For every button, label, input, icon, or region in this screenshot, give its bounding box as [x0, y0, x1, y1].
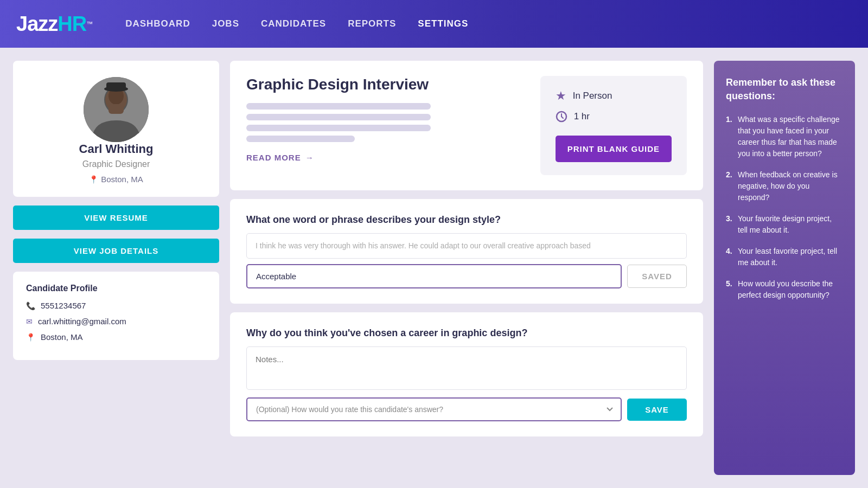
nav-settings[interactable]: SETTINGS [418, 18, 468, 29]
profile-location-value: Boston, MA [41, 332, 83, 342]
arrow-icon: → [305, 153, 314, 162]
read-more-link[interactable]: READ MORE → [246, 153, 524, 162]
line-bar-4 [246, 136, 355, 142]
interview-type-text: In Person [573, 91, 612, 101]
navbar: JazzHR™ DASHBOARD JOBS CANDIDATES REPORT… [0, 0, 868, 48]
profile-location-icon: 📍 [26, 333, 35, 342]
question2-notes-textarea[interactable] [246, 346, 687, 390]
location-pin-icon: 📍 [89, 175, 98, 184]
question1-label: What one word or phrase describes your d… [246, 214, 687, 226]
line-bar-1 [246, 103, 431, 110]
list-item: How would you describe the perfect desig… [726, 278, 843, 301]
list-item: Your least favorite project, tell me abo… [726, 246, 843, 268]
question2-action-row: (Optional) How would you rate this candi… [246, 397, 687, 421]
phone-icon: 📞 [26, 301, 35, 310]
interview-meta: ★ In Person 1 hr PRINT BLANK GUIDE [540, 76, 687, 175]
view-resume-button[interactable]: VIEW RESUME [13, 206, 219, 230]
left-panel: Carl Whitting Graphic Designer 📍 Boston,… [13, 61, 219, 475]
logo-hr: HR [58, 12, 86, 36]
candidate-location: 📍 Boston, MA [89, 175, 143, 184]
email-icon: ✉ [26, 317, 33, 326]
avatar [84, 77, 149, 142]
interview-title: Graphic Design Interview [246, 76, 524, 93]
clock-icon [556, 111, 567, 123]
question2-save-button[interactable]: SAVE [627, 399, 687, 421]
main-content: Graphic Design Interview READ MORE → ★ I… [230, 61, 703, 475]
question2-rating-select[interactable]: (Optional) How would you rate this candi… [246, 397, 622, 421]
interview-duration-text: 1 hr [574, 111, 590, 122]
location-text: Boston, MA [101, 175, 143, 184]
profile-heading: Candidate Profile [26, 284, 206, 293]
interview-type-row: ★ In Person [556, 89, 612, 103]
question1-rating-row: SAVED [246, 264, 687, 288]
logo-jazz: Jazz [16, 12, 58, 36]
email-value: carl.whitting@gmail.com [38, 317, 126, 326]
logo: JazzHR™ [16, 12, 93, 36]
print-blank-guide-button[interactable]: PRINT BLANK GUIDE [556, 136, 672, 162]
line-bar-3 [246, 125, 431, 131]
question2-label: Why do you think you've chosen a career … [246, 328, 687, 339]
profile-email: ✉ carl.whitting@gmail.com [26, 317, 206, 326]
question1-rating-input[interactable] [246, 264, 622, 288]
profile-card: Candidate Profile 📞 5551234567 ✉ carl.wh… [13, 272, 219, 360]
svg-line-9 [561, 117, 563, 118]
list-item: Your favorite design project, tell me ab… [726, 213, 843, 236]
star-icon: ★ [556, 89, 566, 103]
phone-value: 5551234567 [41, 301, 86, 310]
nav-dashboard[interactable]: DASHBOARD [125, 18, 190, 29]
right-panel: Remember to ask these questions: What wa… [714, 61, 855, 475]
view-job-details-button[interactable]: VIEW JOB DETAILS [13, 239, 219, 263]
svg-rect-4 [108, 104, 124, 114]
question1-card: What one word or phrase describes your d… [230, 199, 703, 304]
logo-trademark: ™ [86, 20, 93, 28]
page-layout: Carl Whitting Graphic Designer 📍 Boston,… [0, 48, 868, 488]
list-item: What was a specific challenge that you h… [726, 114, 843, 159]
list-item: When feedback on creative is negative, h… [726, 169, 843, 203]
interview-duration-row: 1 hr [556, 111, 590, 123]
candidate-name: Carl Whitting [79, 142, 154, 156]
candidate-title: Graphic Designer [82, 159, 150, 169]
profile-phone: 📞 5551234567 [26, 301, 206, 310]
nav-reports[interactable]: REPORTS [348, 18, 396, 29]
profile-location: 📍 Boston, MA [26, 332, 206, 342]
interview-info: Graphic Design Interview READ MORE → [246, 76, 524, 162]
interview-card: Graphic Design Interview READ MORE → ★ I… [230, 61, 703, 190]
question1-answer: I think he was very thorough with his an… [246, 233, 687, 259]
question2-card: Why do you think you've chosen a career … [230, 312, 703, 436]
question1-saved-button: SAVED [627, 265, 687, 288]
svg-rect-6 [106, 82, 126, 90]
questions-list: What was a specific challenge that you h… [726, 114, 843, 301]
line-bar-2 [246, 114, 431, 120]
interview-lines [246, 103, 524, 142]
read-more-text: READ MORE [246, 153, 301, 162]
nav-candidates[interactable]: CANDIDATES [261, 18, 326, 29]
candidate-card: Carl Whitting Graphic Designer 📍 Boston,… [13, 61, 219, 197]
nav-jobs[interactable]: JOBS [212, 18, 239, 29]
sidebar-heading: Remember to ask these questions: [726, 76, 843, 103]
